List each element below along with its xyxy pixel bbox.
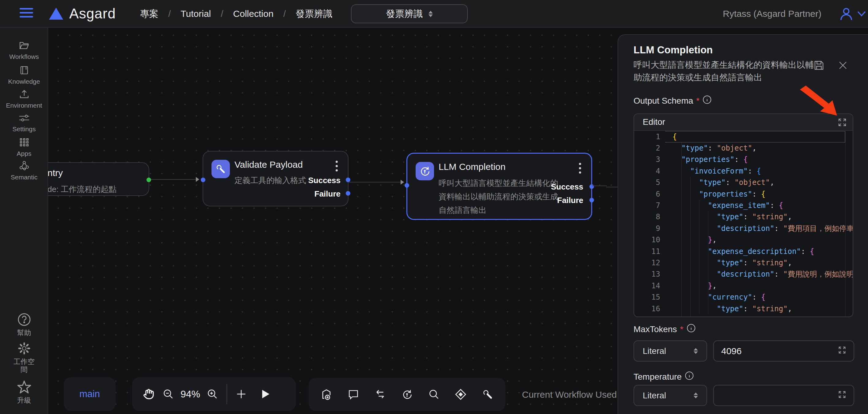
code-line[interactable]: 11 "expense_description": { xyxy=(634,246,853,257)
account-name: Rytass (Asgard Partner) xyxy=(723,0,822,28)
branch-button[interactable]: main xyxy=(64,377,116,411)
play-icon xyxy=(260,389,270,399)
node-validate-payload[interactable]: Validate Payload 定義工具的輸入格式 Success Failu… xyxy=(203,151,348,206)
sidebar-item-settings[interactable]: Settings xyxy=(0,114,48,133)
run-button[interactable] xyxy=(255,384,275,404)
save-icon xyxy=(813,59,825,71)
add-button[interactable] xyxy=(231,384,251,404)
user-icon[interactable] xyxy=(839,7,853,21)
apps-grid-icon xyxy=(19,138,29,147)
llm-input-port[interactable] xyxy=(405,183,409,188)
expand-field-button[interactable] xyxy=(838,346,846,356)
sidebar-item-workspace[interactable]: 工作空間 xyxy=(0,342,48,374)
code-line[interactable]: 5 "type": "object", xyxy=(634,177,853,188)
llm-success-port[interactable] xyxy=(589,184,594,189)
chevron-updown-icon xyxy=(693,348,698,354)
upload-icon xyxy=(19,89,29,99)
hand-icon xyxy=(143,389,154,400)
node-llm-completion[interactable]: LLM Completion 呼叫大型語言模型並產生結構化的資料輸出以輔助流程的… xyxy=(406,153,592,220)
menu-hamburger-icon[interactable] xyxy=(20,8,33,20)
validate-failure-port[interactable] xyxy=(346,191,350,196)
chevron-down-icon[interactable] xyxy=(857,10,866,17)
swap-connections-icon xyxy=(374,389,386,400)
code-line[interactable]: 7 "expense_item": { xyxy=(634,200,853,211)
code-line[interactable]: 10 }, xyxy=(634,234,853,246)
code-line[interactable]: 16 "type": "string", xyxy=(634,303,853,314)
code-line[interactable]: 9 "description": "費用項目，例如停車 xyxy=(634,223,853,234)
node-menu-kebab-icon[interactable] xyxy=(579,163,582,176)
chevron-updown-icon xyxy=(693,392,698,399)
code-line[interactable]: 14 }, xyxy=(634,280,853,291)
code-line[interactable]: 6 "properties": { xyxy=(634,188,853,200)
output-schema-label: Output Schema * xyxy=(633,95,712,107)
node-menu-kebab-icon[interactable] xyxy=(336,161,338,174)
rerun-workflow-button[interactable] xyxy=(397,385,417,404)
zoom-in-button[interactable] xyxy=(203,384,222,404)
sidebar-item-knowledge[interactable]: Knowledge xyxy=(0,65,48,86)
asgard-logo-icon xyxy=(49,8,63,20)
breadcrumb-item-projects[interactable]: 專案 xyxy=(140,8,158,20)
navigate-button[interactable] xyxy=(451,385,471,404)
max-tokens-mode-select[interactable]: Literal xyxy=(633,341,707,361)
validate-success-port[interactable] xyxy=(346,178,350,182)
comment-button[interactable] xyxy=(344,385,363,404)
code-line[interactable]: 12 "type": "string", xyxy=(634,257,853,268)
entry-output-port[interactable] xyxy=(147,178,151,182)
temperature-mode-select[interactable]: Literal xyxy=(633,385,707,406)
code-area[interactable]: 1{2 "type": "object",3 "properties": {4 … xyxy=(634,131,853,317)
code-line[interactable]: 17 "description": "幣別，例如 TWD" xyxy=(634,314,853,317)
code-line[interactable]: 8 "type": "string", xyxy=(634,211,853,223)
add-node-icon xyxy=(320,389,332,400)
editor-expand-button[interactable] xyxy=(838,118,847,128)
breadcrumb-item-tutorial[interactable]: Tutorial xyxy=(181,8,211,19)
book-icon xyxy=(19,65,29,75)
editor-label: Editor xyxy=(643,117,665,127)
info-icon[interactable] xyxy=(685,371,694,382)
tools-button[interactable] xyxy=(478,385,497,404)
wire-arrowhead-icon xyxy=(196,177,199,182)
zoom-out-button[interactable] xyxy=(158,384,178,404)
toolbar-divider xyxy=(226,384,227,404)
pan-hand-button[interactable] xyxy=(139,384,158,404)
info-icon[interactable] xyxy=(703,95,712,107)
wire-llm-next xyxy=(592,185,607,186)
wire-validate-llm xyxy=(348,182,401,182)
editor-scrollbar[interactable] xyxy=(845,131,846,317)
close-panel-button[interactable] xyxy=(838,61,847,71)
temperature-input[interactable] xyxy=(713,385,854,406)
code-line[interactable]: 3 "properties": { xyxy=(634,154,853,165)
code-line[interactable]: 4 "invoiceForm": { xyxy=(634,165,853,177)
swap-connections-button[interactable] xyxy=(370,385,390,404)
node-entry[interactable]: ntry de: 工作流程的起點 xyxy=(48,162,149,196)
sidebar-item-help[interactable]: 幫助 xyxy=(0,313,48,337)
breadcrumb-item-workflow[interactable]: 發票辨識 xyxy=(296,8,333,20)
chevron-updown-icon xyxy=(429,11,433,17)
tools-icon xyxy=(482,389,493,400)
expand-field-button[interactable] xyxy=(838,390,846,401)
validate-input-port[interactable] xyxy=(201,178,205,182)
breadcrumb-item-collection[interactable]: Collection xyxy=(233,8,274,19)
panel-title: LLM Completion xyxy=(633,44,713,56)
status-text: Current Workflow Used xyxy=(522,389,617,400)
sidebar-item-apps[interactable]: Apps xyxy=(0,138,48,158)
info-icon[interactable] xyxy=(687,324,696,335)
current-line-highlight xyxy=(665,131,845,143)
sidebar-item-upgrade[interactable]: 升級 xyxy=(0,380,48,404)
sidebar-item-environment[interactable]: Environment xyxy=(0,89,48,110)
code-line[interactable]: 2 "type": "object", xyxy=(634,142,853,154)
code-line[interactable]: 13 "description": "費用說明，例如說明 xyxy=(634,269,853,280)
sidebar-item-semantic[interactable]: Semantic xyxy=(0,160,48,181)
schema-editor[interactable]: Editor 1{2 "type": "object",3 "propertie… xyxy=(633,114,853,317)
add-node-button[interactable] xyxy=(317,385,336,404)
workflow-selector-dropdown[interactable]: 發票辨識 xyxy=(351,4,468,23)
zoom-out-icon xyxy=(163,389,174,400)
search-button[interactable] xyxy=(424,385,444,404)
rerun-icon xyxy=(419,166,430,177)
temperature-label: Temperature xyxy=(633,371,694,382)
code-line[interactable]: 15 "currency": { xyxy=(634,291,853,303)
sidebar-item-workflows[interactable]: Workflows xyxy=(0,40,48,61)
max-tokens-input[interactable]: 4096 xyxy=(713,341,854,361)
save-button[interactable] xyxy=(813,59,825,72)
llm-failure-port[interactable] xyxy=(589,198,594,202)
wrench-icon xyxy=(215,164,226,174)
